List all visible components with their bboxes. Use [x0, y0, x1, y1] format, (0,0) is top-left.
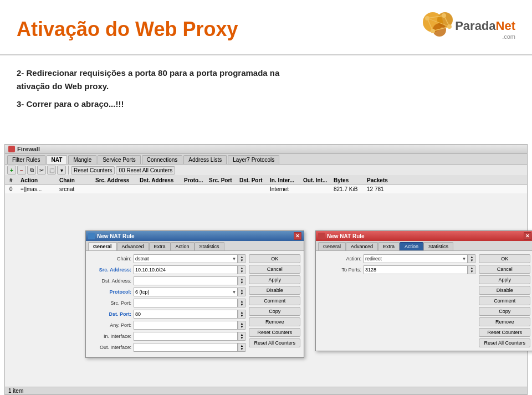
action-spinbtn[interactable]: ▲▼: [468, 254, 475, 263]
firewall-toolbar: + − ⧉ ✂ ⬚ ▾ Reset Counters 00 Reset All …: [5, 165, 527, 176]
add-rule-button[interactable]: +: [7, 166, 16, 175]
src-address-row: Src. Address: ▲▼: [89, 265, 245, 274]
in-interface-input[interactable]: [134, 332, 238, 341]
to-ports-input[interactable]: [364, 265, 468, 274]
any-port-row: Any. Port: ▲▼: [89, 321, 245, 330]
col-src-port: Src. Port: [207, 177, 237, 184]
protocol-value: 6 (tcp): [135, 289, 150, 295]
paste-rule-button[interactable]: ⬚: [47, 166, 56, 175]
chain-spinbtn[interactable]: ▲▼: [238, 254, 245, 263]
tab-filter-rules[interactable]: Filter Rules: [7, 155, 45, 164]
remove-rule-button[interactable]: −: [17, 166, 26, 175]
action-value: redirect: [365, 256, 382, 261]
dst-port-input[interactable]: [134, 310, 238, 319]
to-ports-spinbtn[interactable]: ▲▼: [468, 265, 475, 274]
nat-tab-right-general[interactable]: General: [318, 242, 346, 250]
chain-value: dstnat: [135, 256, 149, 261]
reset-counters-button-left[interactable]: Reset Counters: [249, 328, 300, 337]
apply-button-left[interactable]: Apply: [249, 275, 300, 284]
nat-tab-right-action[interactable]: Action: [400, 242, 423, 250]
ok-button-left[interactable]: OK: [249, 254, 300, 263]
tab-service-ports[interactable]: Service Ports: [98, 155, 140, 164]
col-in-inter: In. Inter...: [268, 177, 301, 184]
nat-tab-right-extra[interactable]: Extra: [378, 242, 400, 250]
out-interface-input[interactable]: [134, 343, 238, 352]
cancel-button-right[interactable]: Cancel: [479, 265, 530, 274]
in-interface-spinbtn[interactable]: ▲▼: [238, 332, 245, 341]
cell-src-port: [207, 186, 237, 193]
to-ports-label: To Ports:: [319, 267, 364, 273]
protocol-spinbtn[interactable]: ▲▼: [238, 288, 245, 296]
out-interface-spinbtn[interactable]: ▲▼: [238, 343, 245, 352]
cell-out-int: [301, 186, 331, 193]
reset-counters-button-right[interactable]: Reset Counters: [479, 328, 530, 337]
firewall-window: Firewall Filter Rules NAT Mangle Service…: [4, 144, 528, 395]
page-title: Ativação do Web Proxy: [17, 18, 238, 41]
nat-tabs-left: General Advanced Extra Action Statistics: [86, 241, 304, 251]
tab-nat[interactable]: NAT: [47, 155, 68, 164]
nat-title-right: New NAT Rule: [327, 233, 365, 239]
nat-form-right: Action: redirect ▼ ▲▼ To Ports: ▲▼: [319, 254, 475, 347]
comment-button-left[interactable]: Comment: [249, 296, 300, 305]
tab-address-lists[interactable]: Address Lists: [183, 155, 227, 164]
nat-dialog-left: New NAT Rule ✕ General Advanced Extra Ac…: [85, 230, 304, 358]
ok-button-right[interactable]: OK: [479, 254, 530, 263]
nat-tab-statistics[interactable]: Statistics: [195, 242, 224, 250]
tab-connections[interactable]: Connections: [142, 155, 183, 164]
cell-action: =||mas...: [18, 186, 57, 193]
dst-port-spinbtn[interactable]: ▲▼: [238, 310, 245, 319]
content-area: 2- Redirecionar requisições a porta 80 p…: [0, 55, 532, 116]
logo-text-container: ParadaNet .com: [455, 19, 515, 40]
disable-button-right[interactable]: Disable: [479, 286, 530, 295]
tab-layer7[interactable]: Layer7 Protocols: [228, 155, 279, 164]
src-port-spinbtn[interactable]: ▲▼: [238, 299, 245, 307]
copy-button-left[interactable]: Copy: [249, 307, 300, 316]
nat-close-left[interactable]: ✕: [294, 232, 301, 240]
cell-dst-addr: [137, 186, 182, 193]
out-interface-row: Out. Interface: ▲▼: [89, 343, 245, 352]
reset-all-counters-button-left[interactable]: Reset All Counters: [249, 338, 300, 347]
nat-tab-extra[interactable]: Extra: [149, 242, 171, 250]
apply-button-right[interactable]: Apply: [479, 275, 530, 284]
cut-rule-button[interactable]: ✂: [37, 166, 46, 175]
nat-tab-advanced[interactable]: Advanced: [117, 242, 149, 250]
status-bar: 1 item: [5, 387, 527, 394]
comment-button-right[interactable]: Comment: [479, 296, 530, 305]
cancel-button-left[interactable]: Cancel: [249, 265, 300, 274]
src-address-input[interactable]: [134, 265, 238, 274]
filter-icon[interactable]: ▾: [57, 166, 66, 175]
reset-all-counters-button-right[interactable]: Reset All Counters: [479, 338, 530, 347]
action-select[interactable]: redirect ▼: [364, 254, 468, 263]
any-port-spinbtn[interactable]: ▲▼: [238, 321, 245, 330]
dst-address-input[interactable]: [134, 276, 238, 285]
instruction-line1: 2- Redirecionar requisições a porta 80 p…: [17, 66, 515, 80]
nat-tab-general[interactable]: General: [88, 242, 117, 250]
svg-point-2: [433, 23, 446, 37]
disable-button-left[interactable]: Disable: [249, 286, 300, 295]
copy-rule-button[interactable]: ⧉: [27, 166, 36, 175]
remove-button-left[interactable]: Remove: [249, 317, 300, 326]
dst-port-label: Dst. Port:: [89, 311, 134, 317]
cell-num: 0: [7, 186, 18, 193]
cell-in-inter: Internet: [268, 186, 301, 193]
src-spinbtn[interactable]: ▲▼: [238, 265, 245, 274]
table-row[interactable]: 0 =||mas... srcnat Internet 821.7 KiB 12…: [5, 185, 527, 193]
dst-spinbtn[interactable]: ▲▼: [238, 276, 245, 285]
instruction-line3: 3- Correr para o abraço...!!!: [17, 98, 515, 111]
nat-tab-right-statistics[interactable]: Statistics: [423, 242, 453, 250]
reset-counters-button[interactable]: Reset Counters: [71, 166, 115, 175]
separator: [68, 166, 69, 175]
nat-tab-action[interactable]: Action: [171, 242, 195, 250]
chain-select[interactable]: dstnat ▼: [134, 254, 238, 263]
src-port-input[interactable]: [134, 299, 238, 307]
copy-button-right[interactable]: Copy: [479, 307, 530, 316]
nat-tab-right-advanced[interactable]: Advanced: [346, 242, 378, 250]
nat-dialog-right: New NAT Rule ✕ General Advanced Extra Ac…: [315, 230, 532, 351]
any-port-input[interactable]: [134, 321, 238, 330]
tab-mangle[interactable]: Mangle: [68, 155, 96, 164]
reset-all-counters-button[interactable]: 00 Reset All Counters: [116, 166, 175, 175]
nat-close-right[interactable]: ✕: [524, 232, 531, 240]
protocol-select[interactable]: 6 (tcp) ▼: [134, 288, 238, 296]
cell-bytes: 821.7 KiB: [331, 186, 365, 193]
remove-button-right[interactable]: Remove: [479, 317, 530, 326]
